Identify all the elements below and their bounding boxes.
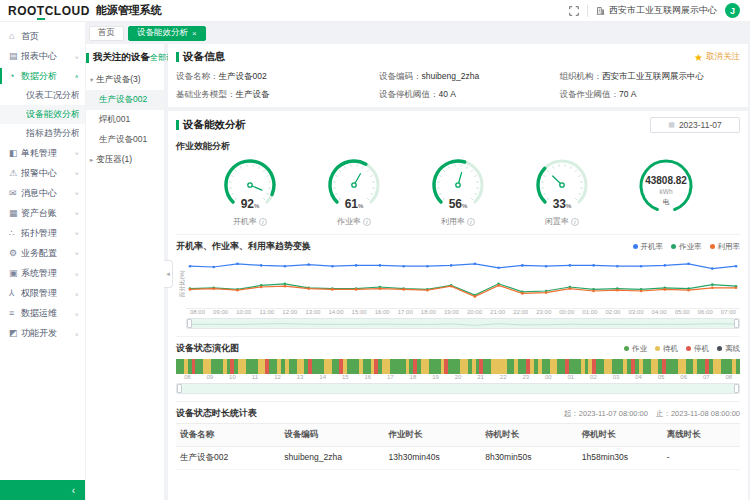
sidebar-item-alarm-center[interactable]: ⚠报警中心∨: [0, 163, 85, 183]
info-icon[interactable]: i: [259, 218, 267, 226]
device-info-fields: 设备名称：生产设备002设备编码：shuibeng_2zha组织机构：西安市工业…: [176, 71, 740, 101]
x-tick: 17: [379, 374, 402, 380]
trend-zoom-slider[interactable]: [186, 318, 740, 329]
trend-x-axis: 08:0009:0010:0011:0012:0013:0014:0015:00…: [186, 309, 740, 315]
collapse-left-icon: ‹: [72, 485, 75, 496]
trend-section: 开机率、作业率、利用率趋势变换 开机率作业率利用率 百分比(%) 08:0009…: [176, 234, 740, 329]
sidebar-item-data-ops[interactable]: ≡数据运维∨: [0, 303, 85, 323]
trend-line-chart[interactable]: [186, 255, 740, 309]
legend-利用率[interactable]: 利用率: [710, 242, 741, 252]
date-picker[interactable]: ▦ 2023-11-07: [650, 117, 740, 133]
slider-handle-right[interactable]: [734, 384, 739, 393]
panel-collapse-handle[interactable]: ◂: [164, 260, 173, 288]
info-icon[interactable]: i: [571, 218, 579, 226]
table-header-row: 设备名称设备编码作业时长待机时长停机时长离线时长: [176, 423, 740, 447]
sidebar-item-function-dev[interactable]: ◩功能开发∨: [0, 323, 85, 343]
unfollow-button[interactable]: ★ 取消关注: [694, 51, 740, 63]
main-area: 首页 设备能效分析 × 我关注的设备 全部设备 ▾生产设备(3)生产设备002焊…: [86, 22, 750, 500]
business-config-icon: ⚙: [9, 248, 21, 258]
x-tick: 16: [357, 374, 380, 380]
sidebar-item-meter-condition-analysis[interactable]: 仪表工况分析: [0, 86, 85, 105]
gauge-开机率: 92%开机率i: [202, 157, 298, 227]
x-tick: 09: [199, 374, 222, 380]
table-row[interactable]: 生产设备002shuibeng_2zha13h30min40s8h30min50…: [176, 447, 740, 470]
sidebar-item-label: 指标趋势分析: [26, 127, 79, 140]
sidebar-item-device-efficiency-analysis[interactable]: 设备能效分析: [0, 105, 85, 124]
date-value: 2023-11-07: [679, 120, 722, 130]
status-zoom-slider[interactable]: [176, 383, 740, 394]
sidebar-item-asset-ledger[interactable]: ▦资产台账∨: [0, 203, 85, 223]
sidebar-item-permission-management[interactable]: ⅄权限管理∨: [0, 283, 85, 303]
x-tick: 12:00: [278, 309, 301, 315]
chevron-down-icon: ∨: [75, 210, 79, 216]
device-group-0[interactable]: ▾生产设备(3): [86, 70, 164, 90]
svg-text:43808.82: 43808.82: [645, 175, 687, 186]
x-tick: 20: [447, 374, 470, 380]
x-tick: 21: [469, 374, 492, 380]
close-tab-icon[interactable]: ×: [192, 29, 197, 38]
info-icon[interactable]: i: [363, 218, 371, 226]
sidebar-item-system-management[interactable]: ▣系统管理∨: [0, 263, 85, 283]
slider-handle-left[interactable]: [177, 384, 182, 393]
legend-待机[interactable]: 待机: [655, 344, 678, 354]
x-tick: 08:00: [186, 309, 209, 315]
function-dev-icon: ◩: [9, 328, 21, 338]
device-item[interactable]: 生产设备002: [86, 90, 164, 110]
device-item[interactable]: 焊机001: [86, 110, 164, 130]
gauge-利用率: 56%利用率i: [410, 157, 506, 227]
sidebar-item-indicator-trend-analysis[interactable]: 指标趋势分析: [0, 124, 85, 143]
org-name: 西安市工业互联网展示中心: [609, 4, 717, 17]
x-tick: 09:00: [209, 309, 232, 315]
tab-device-efficiency[interactable]: 设备能效分析 ×: [128, 26, 206, 41]
legend-dot: [710, 244, 715, 249]
device-panel-title: 我关注的设备: [93, 51, 150, 64]
legend-停机[interactable]: 停机: [686, 344, 709, 354]
sidebar-item-data-analysis[interactable]: ◔数据分析∧: [0, 66, 85, 86]
status-header: 设备状态演化图 作业待机停机离线: [176, 342, 740, 355]
x-tick: 14:00: [324, 309, 347, 315]
slider-handle-right[interactable]: [734, 319, 739, 328]
sidebar-item-topology-management[interactable]: ∴拓扑管理∨: [0, 223, 85, 243]
topbar-right: 西安市工业互联网展示中心 J: [569, 3, 740, 18]
sidebar-item-label: 资产台账: [21, 207, 75, 220]
chevron-down-icon: ∨: [75, 53, 79, 59]
chevron-down-icon: ∨: [75, 330, 79, 336]
alarm-center-icon: ⚠: [9, 168, 21, 178]
slider-handle-left[interactable]: [187, 319, 192, 328]
sidebar-collapse-button[interactable]: ‹: [0, 480, 85, 500]
tabbar: 首页 设备能效分析 ×: [86, 22, 750, 44]
svg-text:56%: 56%: [449, 197, 468, 211]
info-field-value: 西安市工业互联网展示中心: [602, 71, 704, 81]
fullscreen-icon[interactable]: [569, 6, 579, 16]
device-group-1[interactable]: ▸变压器(1): [86, 150, 164, 170]
status-timeline-strip[interactable]: [176, 359, 740, 374]
legend-离线[interactable]: 离线: [717, 344, 740, 354]
caret-down-icon: ▾: [90, 76, 93, 84]
x-tick: 22: [492, 374, 515, 380]
device-panel: 我关注的设备 全部设备 ▾生产设备(3)生产设备002焊机001生产设备001▸…: [86, 44, 164, 500]
sidebar-item-message-center[interactable]: ✉消息中心∨: [0, 183, 85, 203]
info-field-label: 基础业务模型：: [176, 89, 236, 99]
sidebar-item-unit-consumption[interactable]: ◧单耗管理∨: [0, 143, 85, 163]
device-item[interactable]: 生产设备001: [86, 130, 164, 150]
info-field: 设备作业阈值：70 A: [560, 89, 740, 101]
legend-作业[interactable]: 作业: [624, 344, 647, 354]
sidebar-item-business-config[interactable]: ⚙业务配置∨: [0, 243, 85, 263]
legend-label: 离线: [725, 344, 740, 354]
info-icon[interactable]: i: [467, 218, 475, 226]
legend-作业率[interactable]: 作业率: [671, 242, 702, 252]
org-selector[interactable]: 西安市工业互联网展示中心: [596, 4, 717, 17]
permission-management-icon: ⅄: [9, 288, 21, 298]
avatar[interactable]: J: [725, 3, 740, 18]
table-cell: -: [663, 447, 740, 469]
gauge-section-title: 作业效能分析: [176, 140, 740, 153]
x-tick: 10: [221, 374, 244, 380]
content: 设备信息 ★ 取消关注 设备名称：生产设备002设备编码：shuibeng_2z…: [168, 44, 750, 500]
legend-开机率[interactable]: 开机率: [633, 242, 664, 252]
tab-home[interactable]: 首页: [89, 26, 124, 41]
legend-dot: [655, 346, 660, 351]
trend-legend: 开机率作业率利用率: [633, 242, 741, 252]
device-group-label: 变压器(1): [96, 154, 132, 166]
sidebar-item-report-center[interactable]: ▤报表中心∨: [0, 46, 85, 66]
sidebar-item-home[interactable]: ⌂首页: [0, 26, 85, 46]
